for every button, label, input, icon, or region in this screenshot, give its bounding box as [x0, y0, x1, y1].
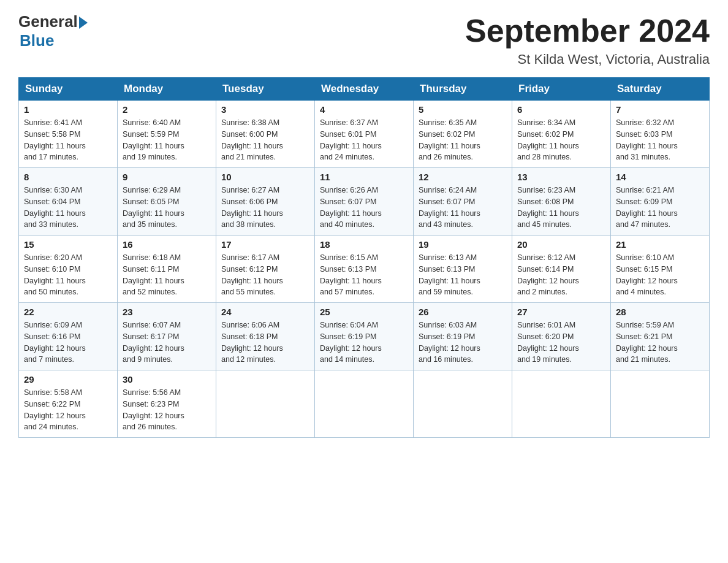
day-cell: 4Sunrise: 6:37 AMSunset: 6:01 PMDaylight… — [315, 101, 414, 168]
day-info: Sunrise: 6:01 AMSunset: 6:20 PMDaylight:… — [517, 320, 605, 366]
day-cell: 15Sunrise: 6:20 AMSunset: 6:10 PMDayligh… — [19, 236, 118, 303]
day-info: Sunrise: 6:10 AMSunset: 6:15 PMDaylight:… — [616, 252, 704, 298]
day-info: Sunrise: 6:32 AMSunset: 6:03 PMDaylight:… — [616, 117, 704, 163]
day-number: 18 — [320, 239, 408, 250]
day-number: 10 — [221, 172, 309, 182]
day-number: 13 — [517, 172, 605, 182]
day-number: 14 — [616, 172, 704, 182]
logo: General Blue — [18, 12, 88, 50]
title-area: September 2024 St Kilda West, Victoria, … — [465, 12, 710, 67]
day-cell — [512, 370, 611, 438]
day-number: 9 — [123, 172, 211, 182]
day-cell: 11Sunrise: 6:26 AMSunset: 6:07 PMDayligh… — [315, 168, 414, 236]
day-cell: 23Sunrise: 6:07 AMSunset: 6:17 PMDayligh… — [118, 303, 216, 370]
header-row: SundayMondayTuesdayWednesdayThursdayFrid… — [19, 78, 710, 101]
day-cell: 30Sunrise: 5:56 AMSunset: 6:23 PMDayligh… — [118, 370, 216, 438]
logo-blue-text: Blue — [20, 31, 54, 50]
day-number: 17 — [221, 239, 309, 250]
day-cell — [315, 370, 414, 438]
day-info: Sunrise: 6:20 AMSunset: 6:10 PMDaylight:… — [24, 252, 112, 298]
day-number: 2 — [123, 104, 211, 115]
header-wednesday: Wednesday — [315, 78, 414, 101]
day-cell: 25Sunrise: 6:04 AMSunset: 6:19 PMDayligh… — [315, 303, 414, 370]
week-row-1: 1Sunrise: 6:41 AMSunset: 5:58 PMDaylight… — [19, 101, 710, 168]
day-info: Sunrise: 6:21 AMSunset: 6:09 PMDaylight:… — [616, 185, 704, 231]
day-info: Sunrise: 6:30 AMSunset: 6:04 PMDaylight:… — [24, 185, 112, 231]
day-cell: 5Sunrise: 6:35 AMSunset: 6:02 PMDaylight… — [414, 101, 512, 168]
day-info: Sunrise: 6:15 AMSunset: 6:13 PMDaylight:… — [320, 252, 408, 298]
day-info: Sunrise: 5:56 AMSunset: 6:23 PMDaylight:… — [123, 387, 211, 433]
day-cell: 21Sunrise: 6:10 AMSunset: 6:15 PMDayligh… — [611, 236, 710, 303]
day-cell — [216, 370, 315, 438]
day-number: 21 — [616, 239, 704, 250]
day-number: 24 — [221, 307, 309, 317]
day-number: 22 — [24, 307, 112, 317]
day-cell: 10Sunrise: 6:27 AMSunset: 6:06 PMDayligh… — [216, 168, 315, 236]
week-row-2: 8Sunrise: 6:30 AMSunset: 6:04 PMDaylight… — [19, 168, 710, 236]
day-number: 19 — [419, 239, 507, 250]
day-number: 28 — [616, 307, 704, 317]
day-number: 4 — [320, 104, 408, 115]
day-info: Sunrise: 6:04 AMSunset: 6:19 PMDaylight:… — [320, 320, 408, 366]
logo-general-text: General — [18, 12, 78, 31]
header-monday: Monday — [118, 78, 216, 101]
day-info: Sunrise: 6:12 AMSunset: 6:14 PMDaylight:… — [517, 252, 605, 298]
location-title: St Kilda West, Victoria, Australia — [465, 52, 710, 67]
day-cell: 22Sunrise: 6:09 AMSunset: 6:16 PMDayligh… — [19, 303, 118, 370]
day-cell: 9Sunrise: 6:29 AMSunset: 6:05 PMDaylight… — [118, 168, 216, 236]
header-saturday: Saturday — [611, 78, 710, 101]
day-cell — [414, 370, 512, 438]
day-info: Sunrise: 6:40 AMSunset: 5:59 PMDaylight:… — [123, 117, 211, 163]
day-number: 20 — [517, 239, 605, 250]
day-cell: 24Sunrise: 6:06 AMSunset: 6:18 PMDayligh… — [216, 303, 315, 370]
day-number: 3 — [221, 104, 309, 115]
day-cell: 29Sunrise: 5:58 AMSunset: 6:22 PMDayligh… — [19, 370, 118, 438]
week-row-4: 22Sunrise: 6:09 AMSunset: 6:16 PMDayligh… — [19, 303, 710, 370]
day-info: Sunrise: 6:06 AMSunset: 6:18 PMDaylight:… — [221, 320, 309, 366]
day-number: 11 — [320, 172, 408, 182]
week-row-3: 15Sunrise: 6:20 AMSunset: 6:10 PMDayligh… — [19, 236, 710, 303]
day-number: 27 — [517, 307, 605, 317]
day-info: Sunrise: 6:35 AMSunset: 6:02 PMDaylight:… — [419, 117, 507, 163]
day-info: Sunrise: 6:41 AMSunset: 5:58 PMDaylight:… — [24, 117, 112, 163]
day-cell: 3Sunrise: 6:38 AMSunset: 6:00 PMDaylight… — [216, 101, 315, 168]
week-row-5: 29Sunrise: 5:58 AMSunset: 6:22 PMDayligh… — [19, 370, 710, 438]
day-info: Sunrise: 6:38 AMSunset: 6:00 PMDaylight:… — [221, 117, 309, 163]
day-cell: 27Sunrise: 6:01 AMSunset: 6:20 PMDayligh… — [512, 303, 611, 370]
day-info: Sunrise: 6:23 AMSunset: 6:08 PMDaylight:… — [517, 185, 605, 231]
page-header: General Blue September 2024 St Kilda Wes… — [18, 12, 710, 67]
day-number: 5 — [419, 104, 507, 115]
day-info: Sunrise: 6:17 AMSunset: 6:12 PMDaylight:… — [221, 252, 309, 298]
day-info: Sunrise: 6:03 AMSunset: 6:19 PMDaylight:… — [419, 320, 507, 366]
day-info: Sunrise: 6:24 AMSunset: 6:07 PMDaylight:… — [419, 185, 507, 231]
day-cell: 19Sunrise: 6:13 AMSunset: 6:13 PMDayligh… — [414, 236, 512, 303]
day-number: 8 — [24, 172, 112, 182]
day-info: Sunrise: 6:18 AMSunset: 6:11 PMDaylight:… — [123, 252, 211, 298]
day-cell: 7Sunrise: 6:32 AMSunset: 6:03 PMDaylight… — [611, 101, 710, 168]
day-cell: 2Sunrise: 6:40 AMSunset: 5:59 PMDaylight… — [118, 101, 216, 168]
day-cell: 1Sunrise: 6:41 AMSunset: 5:58 PMDaylight… — [19, 101, 118, 168]
header-tuesday: Tuesday — [216, 78, 315, 101]
day-cell: 16Sunrise: 6:18 AMSunset: 6:11 PMDayligh… — [118, 236, 216, 303]
day-number: 1 — [24, 104, 112, 115]
header-friday: Friday — [512, 78, 611, 101]
day-info: Sunrise: 6:13 AMSunset: 6:13 PMDaylight:… — [419, 252, 507, 298]
day-info: Sunrise: 5:58 AMSunset: 6:22 PMDaylight:… — [24, 387, 112, 433]
day-cell: 28Sunrise: 5:59 AMSunset: 6:21 PMDayligh… — [611, 303, 710, 370]
day-cell: 18Sunrise: 6:15 AMSunset: 6:13 PMDayligh… — [315, 236, 414, 303]
day-number: 25 — [320, 307, 408, 317]
day-cell: 13Sunrise: 6:23 AMSunset: 6:08 PMDayligh… — [512, 168, 611, 236]
day-info: Sunrise: 6:07 AMSunset: 6:17 PMDaylight:… — [123, 320, 211, 366]
day-info: Sunrise: 6:34 AMSunset: 6:02 PMDaylight:… — [517, 117, 605, 163]
day-cell — [611, 370, 710, 438]
day-number: 15 — [24, 239, 112, 250]
day-info: Sunrise: 6:29 AMSunset: 6:05 PMDaylight:… — [123, 185, 211, 231]
day-number: 12 — [419, 172, 507, 182]
day-cell: 14Sunrise: 6:21 AMSunset: 6:09 PMDayligh… — [611, 168, 710, 236]
day-info: Sunrise: 5:59 AMSunset: 6:21 PMDaylight:… — [616, 320, 704, 366]
month-title: September 2024 — [465, 12, 710, 49]
day-number: 29 — [24, 374, 112, 385]
day-number: 7 — [616, 104, 704, 115]
day-info: Sunrise: 6:27 AMSunset: 6:06 PMDaylight:… — [221, 185, 309, 231]
calendar-table: SundayMondayTuesdayWednesdayThursdayFrid… — [18, 77, 710, 438]
